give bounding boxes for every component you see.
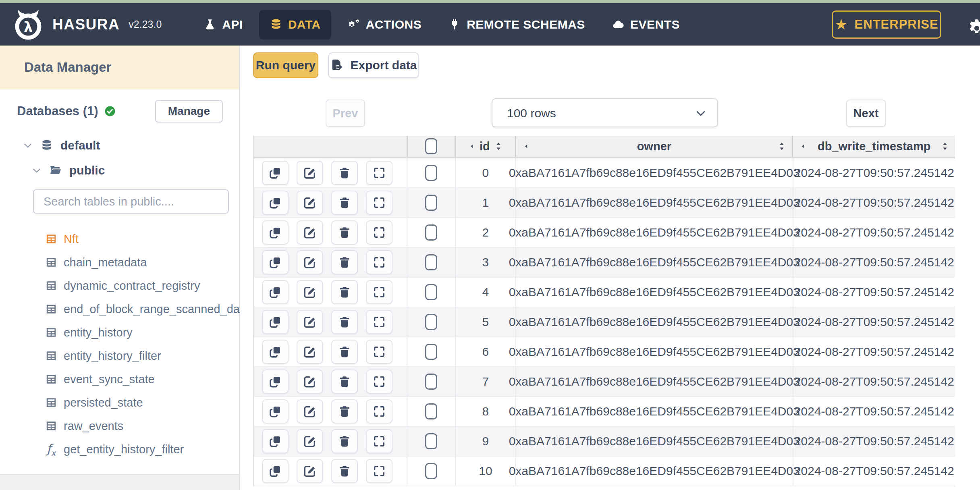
prev-page-button[interactable]: Prev xyxy=(326,100,365,127)
clone-row-button[interactable] xyxy=(262,191,289,215)
delete-row-button[interactable] xyxy=(331,220,358,245)
sidebar-table-item-event_sync_state[interactable]: event_sync_state xyxy=(0,368,239,391)
row-checkbox[interactable] xyxy=(425,224,437,241)
clone-row-button[interactable] xyxy=(262,370,289,394)
sidebar-table-item-dynamic_contract_registry[interactable]: dynamic_contract_registry xyxy=(0,274,239,297)
manage-button[interactable]: Manage xyxy=(155,100,223,122)
table-icon xyxy=(45,233,57,245)
row-checkbox[interactable] xyxy=(425,463,437,479)
row-checkbox[interactable] xyxy=(425,254,437,270)
clone-row-button[interactable] xyxy=(262,250,289,274)
edit-row-button[interactable] xyxy=(297,340,323,364)
edit-row-button[interactable] xyxy=(297,220,323,245)
expand-row-button[interactable] xyxy=(366,191,392,215)
expand-row-button[interactable] xyxy=(366,280,392,304)
edit-row-button[interactable] xyxy=(297,399,323,424)
collapse-column-icon[interactable] xyxy=(799,142,808,151)
row-checkbox[interactable] xyxy=(425,403,437,419)
delete-row-button[interactable] xyxy=(331,340,358,364)
settings-gear-icon[interactable] xyxy=(966,18,980,39)
brand[interactable]: λ HASURA v2.23.0 xyxy=(12,8,162,41)
expand-row-button[interactable] xyxy=(366,340,392,364)
column-label: owner xyxy=(637,140,671,153)
delete-row-button[interactable] xyxy=(331,370,358,394)
row-checkbox[interactable] xyxy=(425,165,437,181)
clone-row-button[interactable] xyxy=(262,429,289,453)
expand-row-button[interactable] xyxy=(366,399,392,424)
tree-item-default-database[interactable]: default xyxy=(23,139,239,152)
sidebar-table-item-entity_history[interactable]: entity_history xyxy=(0,321,239,344)
row-checkbox[interactable] xyxy=(425,374,437,390)
edit-row-button[interactable] xyxy=(297,161,323,185)
delete-row-button[interactable] xyxy=(331,310,358,334)
row-checkbox[interactable] xyxy=(425,284,437,300)
delete-row-button[interactable] xyxy=(331,161,358,185)
expand-row-button[interactable] xyxy=(366,250,392,274)
collapse-column-icon[interactable] xyxy=(467,142,476,151)
edit-row-button[interactable] xyxy=(297,191,323,215)
sidebar-table-item-entity_history_filter[interactable]: entity_history_filter xyxy=(0,344,239,368)
clone-row-button[interactable] xyxy=(262,340,289,364)
nav-item-actions[interactable]: ACTIONS xyxy=(337,10,432,39)
sidebar-table-item-raw_events[interactable]: raw_events xyxy=(0,414,239,438)
delete-row-button[interactable] xyxy=(331,250,358,274)
search-tables-input[interactable] xyxy=(33,189,229,214)
row-checkbox[interactable] xyxy=(425,344,437,360)
delete-row-button[interactable] xyxy=(331,429,358,453)
tree-database-label: default xyxy=(60,139,100,152)
edit-row-button[interactable] xyxy=(297,459,323,483)
header-col-id[interactable]: id xyxy=(456,136,516,157)
edit-row-button[interactable] xyxy=(297,280,323,304)
sidebar-table-item-chain_metadata[interactable]: chain_metadata xyxy=(0,251,239,274)
next-page-button[interactable]: Next xyxy=(846,100,886,127)
tree-item-public-schema[interactable]: public xyxy=(31,164,239,177)
nav-item-data[interactable]: DATA xyxy=(259,10,331,39)
sort-icon[interactable] xyxy=(493,141,504,152)
nav-item-events[interactable]: EVENTS xyxy=(601,10,690,39)
sidebar-table-item-nft[interactable]: Nft xyxy=(0,227,239,251)
chevron-down-icon[interactable] xyxy=(31,165,42,176)
clone-row-button[interactable] xyxy=(262,399,289,424)
clone-row-button[interactable] xyxy=(262,161,289,185)
sidebar-table-item-end_of_block_range_scanned_data[interactable]: end_of_block_range_scanned_data xyxy=(0,297,239,321)
edit-row-button[interactable] xyxy=(297,429,323,453)
edit-row-button[interactable] xyxy=(297,370,323,394)
row-checkbox[interactable] xyxy=(425,314,437,330)
delete-row-button[interactable] xyxy=(331,191,358,215)
sort-icon[interactable] xyxy=(777,141,787,152)
nav-item-remote-schemas[interactable]: REMOTE SCHEMAS xyxy=(438,10,596,39)
page-size-select[interactable]: 100 rows xyxy=(492,98,718,127)
expand-row-button[interactable] xyxy=(366,429,392,453)
collapse-column-icon[interactable] xyxy=(522,142,531,151)
expand-row-button[interactable] xyxy=(366,220,392,245)
delete-row-button[interactable] xyxy=(331,280,358,304)
cell-owner: 0xaBA7161A7fb69c88e16ED9f455CE62B791EE4D… xyxy=(516,397,793,427)
header-col-owner[interactable]: owner xyxy=(516,136,793,157)
run-query-button[interactable]: Run query xyxy=(253,52,318,78)
clone-row-button[interactable] xyxy=(262,310,289,334)
chevron-down-icon[interactable] xyxy=(23,140,33,151)
nav-item-api[interactable]: API xyxy=(193,10,253,39)
expand-row-button[interactable] xyxy=(366,310,392,334)
sidebar-table-item-persisted_state[interactable]: persisted_state xyxy=(0,391,239,414)
expand-row-button[interactable] xyxy=(366,459,392,483)
clone-row-button[interactable] xyxy=(262,459,289,483)
delete-row-button[interactable] xyxy=(331,399,358,424)
header-col-db-write-timestamp[interactable]: db_write_timestamp xyxy=(793,136,955,157)
check-circle-icon xyxy=(104,105,116,117)
export-data-button[interactable]: Export data xyxy=(328,52,419,78)
sidebar-table-item-get_entity_history_filter[interactable]: ƒx get_entity_history_filter xyxy=(0,438,239,461)
expand-row-button[interactable] xyxy=(366,161,392,185)
row-checkbox[interactable] xyxy=(425,195,437,211)
row-checkbox[interactable] xyxy=(425,433,437,449)
expand-row-button[interactable] xyxy=(366,370,392,394)
delete-row-button[interactable] xyxy=(331,459,358,483)
clone-row-button[interactable] xyxy=(262,280,289,304)
edit-row-button[interactable] xyxy=(297,250,323,274)
clone-row-button[interactable] xyxy=(262,220,289,245)
row-actions xyxy=(254,278,407,307)
sort-icon[interactable] xyxy=(940,141,950,152)
edit-row-button[interactable] xyxy=(297,310,323,334)
select-all-checkbox[interactable] xyxy=(425,138,437,154)
enterprise-button[interactable]: ★ ENTERPRISE xyxy=(832,10,941,39)
